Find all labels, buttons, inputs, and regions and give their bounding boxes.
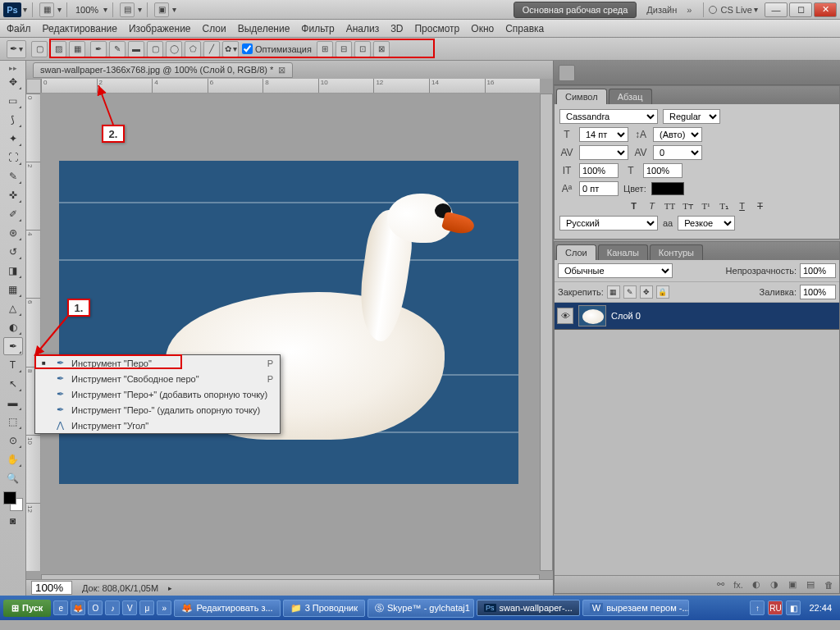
layer-name[interactable]: Слой 0 bbox=[611, 311, 641, 321]
paths-mode-icon[interactable]: ▨ bbox=[50, 41, 66, 57]
menu-edit[interactable]: Редактирование bbox=[43, 23, 117, 34]
task-skype[interactable]: ⓈSkype™ - gylchataj1 bbox=[368, 599, 474, 618]
freeform-pen-icon[interactable]: ✎ bbox=[109, 41, 126, 57]
smallcaps-button[interactable]: Tᴛ bbox=[682, 199, 695, 212]
flyout-convert-point[interactable]: ⋀Инструмент "Угол" bbox=[35, 418, 280, 433]
text-color-swatch[interactable] bbox=[651, 182, 684, 195]
quicklaunch-more[interactable]: » bbox=[157, 600, 171, 615]
app-menu-drop-icon[interactable]: ▾ bbox=[23, 5, 27, 14]
collapsed-panel-icon[interactable] bbox=[559, 65, 575, 81]
task-explorer[interactable]: 📁3 Проводник bbox=[283, 600, 365, 617]
color-swatches[interactable] bbox=[3, 491, 23, 511]
quicklaunch-6[interactable]: μ bbox=[139, 600, 154, 615]
gradient-tool[interactable]: ▦ bbox=[3, 281, 23, 299]
tab-layers[interactable]: Слои bbox=[556, 244, 596, 260]
layer-thumbnail[interactable] bbox=[578, 305, 606, 326]
antialias-select[interactable]: Резкое bbox=[678, 216, 735, 231]
blur-tool[interactable]: △ bbox=[3, 299, 23, 317]
flyout-delete-anchor[interactable]: ✒Инструмент "Перо-" (удалить опорную точ… bbox=[35, 402, 280, 418]
tray-2[interactable]: ◧ bbox=[786, 600, 801, 615]
quicklaunch-3[interactable]: O bbox=[88, 600, 103, 615]
hand-tool[interactable]: ✋ bbox=[3, 450, 23, 468]
vscale-input[interactable] bbox=[579, 163, 619, 178]
fill-input[interactable] bbox=[800, 285, 836, 299]
kerning-select[interactable] bbox=[579, 145, 628, 160]
status-zoom-input[interactable] bbox=[31, 581, 72, 595]
bold-button[interactable]: T bbox=[628, 199, 641, 212]
rectangle-shape-icon[interactable]: ▬ bbox=[128, 41, 144, 57]
font-style-select[interactable]: Regular bbox=[663, 109, 720, 124]
marquee-tool[interactable]: ▭ bbox=[3, 92, 23, 110]
layer-mask-icon[interactable]: ◐ bbox=[749, 578, 764, 591]
underline-button[interactable]: T bbox=[736, 199, 749, 212]
menu-layers[interactable]: Слои bbox=[203, 23, 226, 34]
menu-analysis[interactable]: Анализ bbox=[346, 23, 380, 34]
path-subtract-icon[interactable]: ⊟ bbox=[336, 41, 352, 57]
menu-help[interactable]: Справка bbox=[505, 23, 544, 34]
font-size-select[interactable]: 14 пт bbox=[579, 127, 628, 142]
layer-visibility-icon[interactable]: 👁 bbox=[557, 308, 573, 324]
flyout-freeform-pen[interactable]: ✒Инструмент "Свободное перо"P bbox=[35, 371, 280, 386]
menu-3d[interactable]: 3D bbox=[390, 23, 403, 34]
screen-mode-icon[interactable]: ▣ bbox=[154, 2, 169, 17]
menu-file[interactable]: Файл bbox=[7, 23, 31, 34]
path-select-tool[interactable]: ↖ bbox=[3, 375, 23, 393]
eraser-tool[interactable]: ◨ bbox=[3, 262, 23, 280]
tracking-select[interactable]: 0 bbox=[653, 145, 702, 160]
menu-view[interactable]: Просмотр bbox=[414, 23, 459, 34]
shape-layers-mode-icon[interactable]: ▢ bbox=[31, 41, 48, 57]
custom-shape-icon[interactable]: ✿▾ bbox=[222, 41, 239, 57]
arrange-docs-icon[interactable]: ▤ bbox=[120, 2, 135, 17]
lock-transparent-icon[interactable]: ▦ bbox=[607, 285, 620, 299]
clock[interactable]: 22:44 bbox=[804, 603, 837, 613]
history-brush-tool[interactable]: ↺ bbox=[3, 243, 23, 261]
zoom-tool[interactable]: 🔍 bbox=[3, 469, 23, 487]
menu-select[interactable]: Выделение bbox=[238, 23, 290, 34]
crop-tool[interactable]: ⛶ bbox=[3, 148, 23, 167]
more-workspaces-icon[interactable]: » bbox=[687, 5, 692, 15]
delete-layer-icon[interactable]: 🗑 bbox=[821, 578, 836, 591]
rounded-rect-shape-icon[interactable]: ▢ bbox=[147, 41, 163, 57]
task-photoshop[interactable]: Psswan-wallpaper-... bbox=[477, 600, 580, 616]
shape-tool[interactable]: ▬ bbox=[3, 394, 23, 412]
path-exclude-icon[interactable]: ⊠ bbox=[373, 41, 390, 57]
close-button[interactable]: ✕ bbox=[814, 2, 837, 17]
link-layers-icon[interactable]: ⚯ bbox=[713, 578, 728, 591]
italic-button[interactable]: T bbox=[646, 199, 659, 212]
flyout-pen[interactable]: ■✒Инструмент "Перо"P bbox=[35, 355, 280, 371]
type-tool[interactable]: T bbox=[3, 356, 23, 374]
lock-all-icon[interactable]: 🔒 bbox=[656, 285, 669, 299]
pen-tool-icon[interactable]: ✒ bbox=[90, 41, 107, 57]
layer-group-icon[interactable]: ▣ bbox=[785, 578, 800, 591]
stamp-tool[interactable]: ⊛ bbox=[3, 224, 23, 242]
zoom-level[interactable]: 100% bbox=[75, 5, 98, 15]
current-tool-icon[interactable]: ✒▾ bbox=[7, 40, 26, 58]
language-select[interactable]: Русский bbox=[559, 216, 658, 231]
menu-image[interactable]: Изображение bbox=[129, 23, 191, 34]
close-tab-icon[interactable]: ⊠ bbox=[278, 65, 285, 75]
ellipse-shape-icon[interactable]: ◯ bbox=[166, 41, 182, 57]
pen-tool[interactable]: ✒ bbox=[3, 337, 23, 355]
layer-item[interactable]: 👁 Слой 0 bbox=[555, 303, 839, 330]
tab-paragraph[interactable]: Абзац bbox=[609, 89, 652, 104]
font-family-select[interactable]: Cassandra bbox=[559, 109, 658, 124]
design-workspace-button[interactable]: Дизайн bbox=[641, 2, 682, 17]
tab-paths[interactable]: Контуры bbox=[650, 244, 703, 260]
canvas[interactable] bbox=[59, 161, 518, 484]
lock-position-icon[interactable]: ✥ bbox=[640, 285, 653, 299]
superscript-button[interactable]: T¹ bbox=[700, 199, 713, 212]
opacity-input[interactable] bbox=[800, 263, 836, 278]
new-layer-icon[interactable]: ▤ bbox=[803, 578, 818, 591]
bridge-icon[interactable]: ▦ bbox=[39, 2, 54, 17]
3d-tool[interactable]: ⬚ bbox=[3, 413, 23, 431]
blend-mode-select[interactable]: Обычные bbox=[558, 263, 673, 278]
brush-tool[interactable]: ✐ bbox=[3, 205, 23, 223]
adjustment-layer-icon[interactable]: ◑ bbox=[767, 578, 782, 591]
tab-channels[interactable]: Каналы bbox=[598, 244, 648, 260]
menu-window[interactable]: Окно bbox=[471, 23, 494, 34]
polygon-shape-icon[interactable]: ⬠ bbox=[185, 41, 201, 57]
scrollbar-vertical[interactable] bbox=[540, 94, 553, 571]
document-tab[interactable]: swan-wallpaper-1366x768.jpg @ 100% (Слой… bbox=[33, 62, 293, 78]
path-intersect-icon[interactable]: ⊡ bbox=[354, 41, 371, 57]
baseline-input[interactable] bbox=[579, 181, 619, 196]
